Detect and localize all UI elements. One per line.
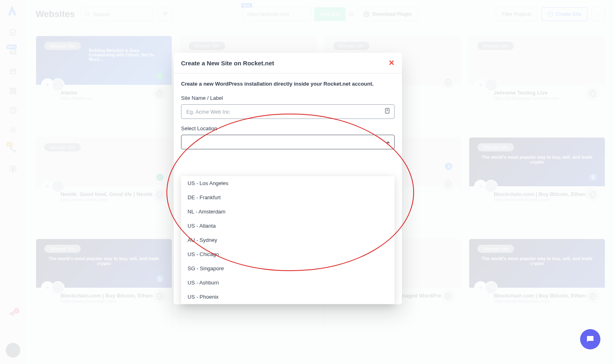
modal-header: Create a New Site on Rocket.net ✕ xyxy=(174,53,402,73)
location-option[interactable]: US - Phoenix xyxy=(181,290,395,304)
site-name-input[interactable] xyxy=(181,104,395,119)
location-dropdown: US - Los AngelesDE - FrankfurtNL - Amste… xyxy=(181,176,395,304)
modal-description: Create a new WordPress installation dire… xyxy=(181,81,395,87)
location-label: Select Location xyxy=(181,125,395,131)
create-site-modal: Create a New Site on Rocket.net ✕ Create… xyxy=(174,53,402,304)
location-option[interactable]: US - Atlanta xyxy=(181,219,395,233)
location-option[interactable]: US - Los Angeles xyxy=(181,176,395,190)
site-name-label: Site Name / Label xyxy=(181,95,395,101)
location-option[interactable]: NL - Amsterdam xyxy=(181,205,395,219)
location-option[interactable]: US - Ashburn xyxy=(181,276,395,290)
chevron-up-icon xyxy=(386,141,390,143)
location-option[interactable]: DE - Frankfurt xyxy=(181,190,395,205)
location-option[interactable]: SG - Singapore xyxy=(181,261,395,276)
modal-title: Create a New Site on Rocket.net xyxy=(181,60,274,67)
location-select[interactable] xyxy=(181,135,395,149)
chat-widget[interactable] xyxy=(580,329,600,349)
site-name-input-wrap xyxy=(181,104,395,125)
location-option[interactable]: US - Chicago xyxy=(181,247,395,261)
location-option[interactable]: AU - Sydney xyxy=(181,233,395,247)
close-icon[interactable]: ✕ xyxy=(388,58,395,67)
autofill-icon xyxy=(384,108,391,114)
